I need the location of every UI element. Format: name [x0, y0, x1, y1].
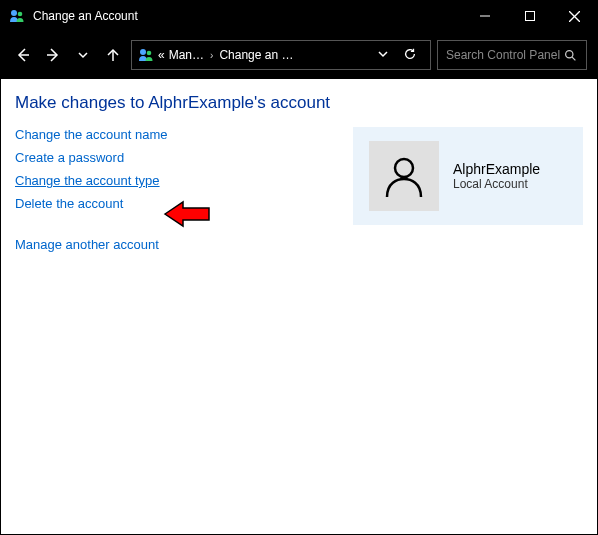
maximize-button[interactable] — [507, 1, 552, 31]
minimize-button[interactable] — [462, 1, 507, 31]
breadcrumb-item-change[interactable]: Change an … — [219, 48, 293, 62]
account-type: Local Account — [453, 177, 540, 191]
search-icon[interactable] — [562, 49, 578, 62]
svg-point-11 — [565, 50, 572, 57]
window-controls — [462, 1, 597, 31]
account-card: AlphrExample Local Account — [353, 127, 583, 225]
link-create-password[interactable]: Create a password — [15, 150, 124, 165]
svg-point-9 — [140, 49, 146, 55]
user-accounts-icon — [138, 47, 154, 63]
refresh-button[interactable] — [396, 47, 424, 64]
link-change-account-name[interactable]: Change the account name — [15, 127, 168, 142]
search-input[interactable]: Search Control Panel — [437, 40, 587, 70]
search-placeholder: Search Control Panel — [446, 48, 562, 62]
window-title: Change an Account — [33, 9, 462, 23]
svg-rect-3 — [525, 12, 534, 21]
navigation-bar: « Man… › Change an … Search Control Pane… — [1, 31, 597, 79]
breadcrumb-prefix[interactable]: « — [158, 48, 165, 62]
user-accounts-icon — [9, 8, 25, 24]
page-title: Make changes to AlphrExample's account — [15, 93, 583, 113]
svg-line-12 — [572, 57, 575, 60]
content-area: Make changes to AlphrExample's account C… — [1, 79, 597, 534]
svg-point-13 — [395, 159, 413, 177]
svg-point-0 — [11, 10, 17, 16]
svg-point-1 — [18, 12, 23, 17]
svg-point-10 — [147, 51, 152, 56]
titlebar: Change an Account — [1, 1, 597, 31]
up-button[interactable] — [101, 43, 125, 67]
account-name: AlphrExample — [453, 161, 540, 177]
link-manage-another-account[interactable]: Manage another account — [15, 237, 159, 252]
address-bar[interactable]: « Man… › Change an … — [131, 40, 431, 70]
action-links: Change the account name Create a passwor… — [15, 127, 168, 252]
close-button[interactable] — [552, 1, 597, 31]
forward-button[interactable] — [41, 43, 65, 67]
recent-dropdown-button[interactable] — [71, 43, 95, 67]
address-dropdown-button[interactable] — [374, 49, 392, 61]
account-info: AlphrExample Local Account — [453, 161, 540, 191]
link-change-account-type[interactable]: Change the account type — [15, 173, 160, 188]
link-delete-account[interactable]: Delete the account — [15, 196, 123, 211]
avatar — [369, 141, 439, 211]
back-button[interactable] — [11, 43, 35, 67]
chevron-right-icon: › — [210, 50, 213, 61]
breadcrumb-item-manage[interactable]: Man… — [169, 48, 204, 62]
callout-arrow-icon — [163, 199, 211, 232]
